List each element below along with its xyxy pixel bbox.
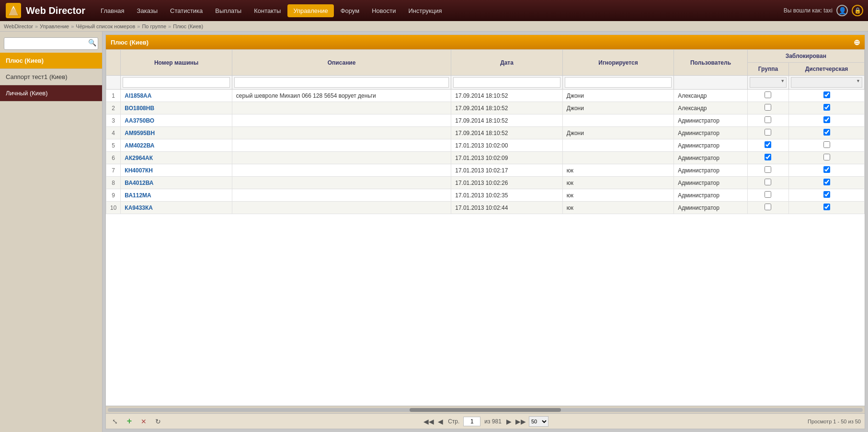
dispatcher-checkbox[interactable] bbox=[823, 141, 830, 148]
nav-orders[interactable]: Заказы bbox=[131, 4, 163, 17]
filter-car[interactable] bbox=[121, 76, 232, 90]
next-page-button[interactable]: ▶ bbox=[505, 418, 513, 425]
search-input[interactable] bbox=[4, 37, 98, 50]
group-checkbox[interactable] bbox=[765, 129, 771, 136]
breadcrumb-item-1[interactable]: Управление bbox=[40, 23, 69, 29]
cell-group[interactable] bbox=[747, 152, 788, 164]
filter-dispatcher[interactable]: ДаНет bbox=[789, 76, 865, 90]
nav-contacts[interactable]: Контакты bbox=[248, 4, 286, 17]
refresh-button[interactable]: ↻ bbox=[153, 416, 163, 427]
dispatcher-checkbox[interactable] bbox=[823, 166, 830, 173]
dispatcher-checkbox[interactable] bbox=[823, 204, 830, 210]
cell-group[interactable] bbox=[747, 189, 788, 202]
cell-group[interactable] bbox=[747, 127, 788, 139]
cell-dispatcher[interactable] bbox=[789, 202, 865, 214]
nav-home[interactable]: Главная bbox=[95, 4, 130, 17]
cell-ignored: Джони bbox=[562, 127, 674, 139]
nav-instructions[interactable]: Инструкция bbox=[402, 4, 447, 17]
group-checkbox[interactable] bbox=[765, 179, 771, 185]
dispatcher-checkbox[interactable] bbox=[823, 104, 830, 111]
table-row: 3 АА3750ВО 17.09.2014 18:10:52 Администр… bbox=[106, 114, 865, 127]
cell-dispatcher[interactable] bbox=[789, 139, 865, 152]
cell-dispatcher[interactable] bbox=[789, 127, 865, 139]
col-car-header: Номер машины bbox=[121, 50, 232, 76]
breadcrumb-item-3[interactable]: По группе bbox=[142, 23, 166, 29]
group-checkbox[interactable] bbox=[765, 204, 771, 210]
page-number-input[interactable] bbox=[463, 417, 480, 426]
cell-user: Администратор bbox=[674, 177, 747, 189]
user-icon[interactable]: 👤 bbox=[836, 5, 848, 16]
add-button[interactable]: + bbox=[124, 416, 135, 427]
cell-desc: серый шевроле Михаил 066 128 5654 ворует… bbox=[232, 90, 451, 102]
data-table: Номер машины Описание Дата Игнорируется … bbox=[106, 49, 865, 214]
cell-dispatcher[interactable] bbox=[789, 90, 865, 102]
breadcrumb-item-4[interactable]: Плюс (Киев) bbox=[173, 23, 203, 29]
nav-stats[interactable]: Статистика bbox=[164, 4, 208, 17]
cell-group[interactable] bbox=[747, 139, 788, 152]
group-checkbox[interactable] bbox=[765, 116, 771, 123]
dispatcher-checkbox[interactable] bbox=[823, 116, 830, 123]
cell-car: АМ4022ВА bbox=[121, 139, 232, 152]
table-row: 4 АМ9595ВН 17.09.2014 18:10:52 Джони Адм… bbox=[106, 127, 865, 139]
cell-dispatcher[interactable] bbox=[789, 102, 865, 114]
sidebar-item-personal[interactable]: Личный (Киев) bbox=[0, 85, 102, 102]
nav-management[interactable]: Управление bbox=[287, 4, 333, 17]
cell-dispatcher[interactable] bbox=[789, 152, 865, 164]
filter-desc[interactable] bbox=[232, 76, 451, 90]
panel-collapse-button[interactable]: ⊕ bbox=[854, 38, 860, 47]
prev-page-button[interactable]: ◀ bbox=[437, 418, 444, 425]
nav-forum[interactable]: Форум bbox=[335, 4, 365, 17]
dispatcher-checkbox[interactable] bbox=[823, 91, 830, 98]
cell-dispatcher[interactable] bbox=[789, 189, 865, 202]
nav-news[interactable]: Новости bbox=[366, 4, 401, 17]
filter-dispatcher-select[interactable]: ДаНет bbox=[791, 77, 862, 88]
cell-dispatcher[interactable] bbox=[789, 164, 865, 177]
cell-group[interactable] bbox=[747, 114, 788, 127]
breadcrumb-item-2[interactable]: Чёрный список номеров bbox=[76, 23, 135, 29]
cell-dispatcher[interactable] bbox=[789, 114, 865, 127]
delete-button[interactable]: ✕ bbox=[138, 416, 149, 427]
group-checkbox[interactable] bbox=[765, 104, 771, 111]
cell-group[interactable] bbox=[747, 102, 788, 114]
sidebar-item-plus-kiev[interactable]: Плюс (Киев) bbox=[0, 53, 102, 69]
cell-group[interactable] bbox=[747, 164, 788, 177]
dispatcher-checkbox[interactable] bbox=[823, 154, 830, 160]
cell-car: КН4007КН bbox=[121, 164, 232, 177]
col-dispatcher-header: Диспетчерская bbox=[789, 63, 865, 76]
group-checkbox[interactable] bbox=[765, 91, 771, 98]
filter-car-input[interactable] bbox=[123, 77, 230, 88]
filter-group[interactable]: ДаНет bbox=[747, 76, 788, 90]
last-page-button[interactable]: ▶▶ bbox=[514, 418, 527, 425]
lock-icon[interactable]: 🔒 bbox=[852, 5, 863, 16]
filter-group-select[interactable]: ДаНет bbox=[750, 77, 787, 88]
dispatcher-checkbox[interactable] bbox=[823, 191, 830, 198]
filter-date-input[interactable] bbox=[453, 77, 560, 88]
first-page-button[interactable]: ◀◀ bbox=[423, 418, 435, 425]
group-checkbox[interactable] bbox=[765, 141, 771, 148]
cell-group[interactable] bbox=[747, 202, 788, 214]
cell-group[interactable] bbox=[747, 90, 788, 102]
dispatcher-checkbox[interactable] bbox=[823, 179, 830, 185]
group-checkbox[interactable] bbox=[765, 191, 771, 198]
table-wrapper[interactable]: Номер машины Описание Дата Игнорируется … bbox=[106, 49, 865, 406]
dispatcher-checkbox[interactable] bbox=[823, 129, 830, 136]
table-row: 10 КА9433КА 17.01.2013 10:02:44 юк Админ… bbox=[106, 202, 865, 214]
col-desc-header: Описание bbox=[232, 50, 451, 76]
table-body: 1 АІ1858АА серый шевроле Михаил 066 128 … bbox=[106, 90, 865, 214]
cell-dispatcher[interactable] bbox=[789, 177, 865, 189]
nav-payments[interactable]: Выплаты bbox=[209, 4, 247, 17]
sidebar-item-support[interactable]: Саппорт тест1 (Киев) bbox=[0, 69, 102, 85]
group-checkbox[interactable] bbox=[765, 166, 771, 173]
filter-ignored[interactable] bbox=[562, 76, 674, 90]
cell-group[interactable] bbox=[747, 177, 788, 189]
group-checkbox[interactable] bbox=[765, 154, 771, 160]
filter-ignored-input[interactable] bbox=[565, 77, 672, 88]
expand-button[interactable]: ⤡ bbox=[110, 416, 120, 427]
breadcrumb-sep-1: » bbox=[71, 23, 74, 29]
search-icon[interactable]: 🔍 bbox=[88, 39, 96, 46]
per-page-select[interactable]: 102550100 bbox=[529, 416, 548, 427]
horizontal-scrollbar[interactable] bbox=[106, 406, 865, 413]
filter-date[interactable] bbox=[451, 76, 563, 90]
filter-desc-input[interactable] bbox=[234, 77, 449, 88]
breadcrumb-item-0[interactable]: WebDirector bbox=[4, 23, 33, 29]
